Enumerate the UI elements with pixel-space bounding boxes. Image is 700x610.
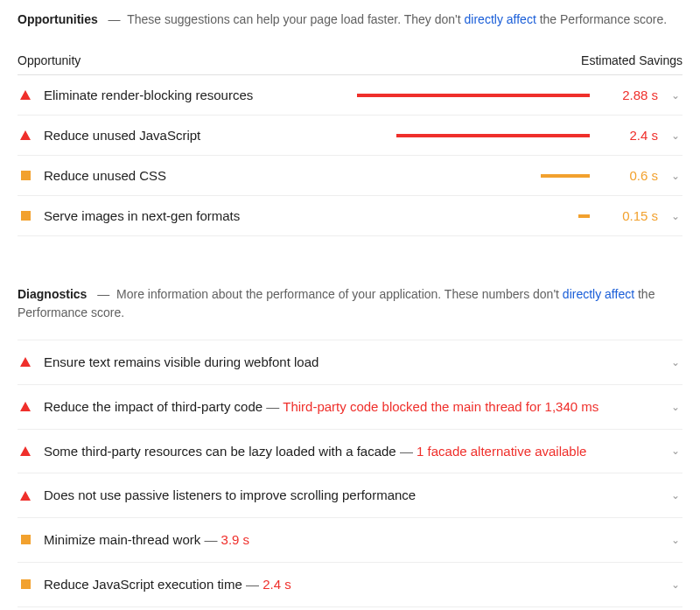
savings-bar	[357, 174, 590, 178]
opportunities-desc-prefix: These suggestions can help your page loa…	[127, 12, 464, 26]
triangle-icon	[20, 491, 31, 501]
triangle-icon	[20, 357, 31, 367]
opportunities-desc-suffix: the Performance score.	[536, 12, 667, 26]
diagnostic-detail: 3.9 s	[221, 532, 250, 547]
diagnostics-title: Diagnostics	[18, 287, 87, 301]
savings-value: 2.88 s	[606, 88, 658, 102]
square-icon	[21, 579, 31, 589]
diagnostic-text: Reduce the impact of third-party code — …	[44, 397, 658, 417]
severity-icon-cell	[18, 90, 33, 100]
diagnostic-row[interactable]: Does not use passive listeners to improv…	[18, 473, 682, 518]
triangle-icon	[20, 402, 31, 411]
opportunity-row[interactable]: Serve images in next-gen formats0.15 s⌄	[18, 196, 682, 236]
chevron-down-icon[interactable]: ⌄	[668, 534, 682, 546]
triangle-icon	[20, 446, 31, 456]
diagnostic-label: Some third-party resources can be lazy l…	[44, 444, 396, 459]
diagnostic-label: Does not use passive listeners to improv…	[44, 487, 416, 502]
diagnostic-row[interactable]: Some third-party resources can be lazy l…	[18, 430, 682, 474]
square-icon	[21, 535, 31, 544]
savings-value: 0.6 s	[606, 168, 658, 183]
diagnostic-row[interactable]: Minimize main-thread work — 3.9 s⌄	[18, 518, 682, 563]
diagnostic-row[interactable]: Ensure text remains visible during webfo…	[18, 340, 682, 385]
chevron-down-icon[interactable]: ⌄	[668, 401, 682, 413]
square-icon	[21, 211, 31, 221]
savings-bar	[357, 214, 590, 218]
severity-icon-cell	[18, 579, 33, 589]
severity-icon-cell	[18, 446, 33, 456]
triangle-icon	[20, 130, 31, 140]
chevron-down-icon[interactable]: ⌄	[668, 578, 682, 591]
savings-bar-fill	[396, 134, 590, 137]
opportunities-header: Opportunities — These suggestions can he…	[18, 11, 682, 29]
col-estimated-savings: Estimated Savings	[581, 53, 682, 67]
diagnostic-text: Ensure text remains visible during webfo…	[44, 353, 658, 372]
diagnostic-row[interactable]: Reduce JavaScript execution time — 2.4 s…	[18, 563, 682, 607]
diagnostic-detail: 2.4 s	[262, 577, 291, 592]
chevron-down-icon[interactable]: ⌄	[668, 130, 682, 142]
directly-affect-link[interactable]: directly affect	[465, 12, 536, 26]
opportunity-row[interactable]: Reduce unused CSS0.6 s⌄	[18, 156, 682, 196]
dash: —	[105, 12, 124, 26]
severity-icon-cell	[18, 491, 33, 501]
severity-icon-cell	[18, 211, 33, 221]
opportunities-list: Eliminate render-blocking resources2.88 …	[18, 75, 682, 236]
col-opportunity: Opportunity	[18, 53, 581, 67]
chevron-down-icon[interactable]: ⌄	[668, 89, 682, 102]
diagnostic-detail: 1 facade alternative available	[416, 444, 586, 459]
severity-icon-cell	[18, 357, 33, 367]
opportunity-row[interactable]: Reduce unused JavaScript2.4 s⌄	[18, 116, 682, 156]
detail-separator: —	[396, 444, 416, 459]
opportunities-column-headers: Opportunity Estimated Savings	[18, 46, 682, 75]
savings-bar-fill	[357, 94, 590, 97]
diagnostic-label: Reduce JavaScript execution time	[44, 577, 242, 592]
square-icon	[21, 171, 31, 180]
dash: —	[94, 287, 113, 301]
diagnostic-label: Minimize main-thread work	[44, 532, 200, 547]
chevron-down-icon[interactable]: ⌄	[668, 489, 682, 501]
diagnostic-label: Ensure text remains visible during webfo…	[44, 354, 318, 369]
savings-value: 2.4 s	[606, 128, 658, 143]
opportunities-title: Opportunities	[18, 12, 98, 26]
opportunity-label: Reduce unused JavaScript	[44, 128, 341, 143]
chevron-down-icon[interactable]: ⌄	[668, 445, 682, 457]
chevron-down-icon[interactable]: ⌄	[668, 170, 682, 182]
opportunity-label: Serve images in next-gen formats	[44, 208, 341, 223]
opportunity-label: Eliminate render-blocking resources	[44, 88, 341, 102]
severity-icon-cell	[18, 535, 33, 544]
chevron-down-icon[interactable]: ⌄	[668, 210, 682, 222]
savings-bar	[357, 94, 590, 97]
severity-icon-cell	[18, 130, 33, 140]
savings-bar	[357, 134, 590, 137]
diagnostics-list: Ensure text remains visible during webfo…	[18, 340, 682, 607]
detail-separator: —	[200, 532, 220, 547]
savings-bar-fill	[541, 174, 590, 178]
severity-icon-cell	[18, 171, 33, 180]
detail-separator: —	[242, 577, 262, 592]
diagnostic-text: Does not use passive listeners to improv…	[44, 486, 658, 505]
detail-separator: —	[262, 399, 283, 414]
savings-bar-fill	[578, 214, 590, 218]
diagnostics-desc-prefix: More information about the performance o…	[116, 287, 563, 301]
chevron-down-icon[interactable]: ⌄	[668, 356, 682, 368]
savings-value: 0.15 s	[606, 208, 658, 223]
severity-icon-cell	[18, 402, 33, 411]
directly-affect-link[interactable]: directly affect	[563, 287, 634, 301]
diagnostic-text: Reduce JavaScript execution time — 2.4 s	[44, 575, 658, 594]
diagnostic-text: Minimize main-thread work — 3.9 s	[44, 530, 658, 550]
diagnostic-text: Some third-party resources can be lazy l…	[44, 442, 658, 461]
triangle-icon	[20, 90, 31, 100]
diagnostic-detail: Third-party code blocked the main thread…	[283, 399, 598, 414]
diagnostic-label: Reduce the impact of third-party code	[44, 399, 262, 414]
opportunity-label: Reduce unused CSS	[44, 168, 341, 183]
diagnostics-header: Diagnostics — More information about the…	[18, 285, 682, 322]
diagnostic-row[interactable]: Reduce the impact of third-party code — …	[18, 385, 682, 430]
opportunity-row[interactable]: Eliminate render-blocking resources2.88 …	[18, 75, 682, 116]
